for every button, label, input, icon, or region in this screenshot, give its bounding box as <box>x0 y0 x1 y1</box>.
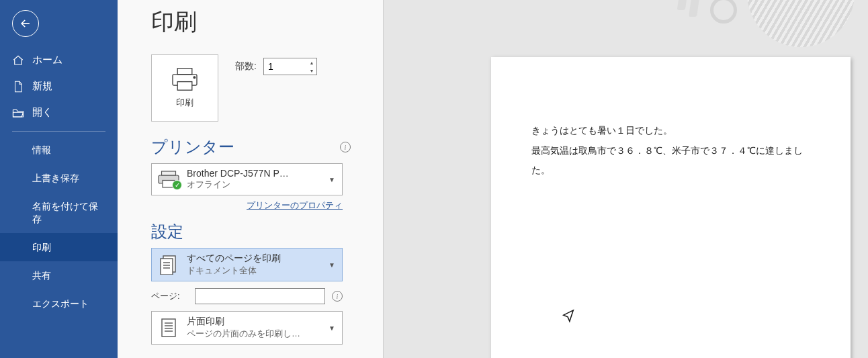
page-title: 印刷 <box>151 7 383 38</box>
settings-section-heading: 設定 <box>151 221 183 242</box>
svg-rect-12 <box>162 319 175 337</box>
chevron-down-icon: ▼ <box>327 176 337 183</box>
page-range-select[interactable]: すべてのページを印刷 ドキュメント全体 ▼ <box>151 248 343 281</box>
main-panel: 印刷 印刷 部数: ▲ ▼ <box>118 0 868 358</box>
sidebar-item-label: 新規 <box>32 80 52 93</box>
sidebar-item-open[interactable]: 開く <box>0 99 118 126</box>
folder-open-icon <box>12 107 24 119</box>
printer-status: オフライン <box>187 179 320 191</box>
sidebar-item-label: ホーム <box>32 54 62 66</box>
cursor-icon <box>561 309 576 327</box>
decorative-shape <box>710 0 737 24</box>
printer-section-heading: プリンター <box>151 136 234 158</box>
sidebar-item-new[interactable]: 新規 <box>0 73 118 99</box>
arrow-left-icon <box>19 17 32 30</box>
svg-rect-8 <box>161 259 173 275</box>
decorative-shape <box>689 0 703 17</box>
svg-rect-2 <box>177 82 192 91</box>
svg-point-3 <box>193 77 196 79</box>
backstage-sidebar: ホーム 新規 開く 情報 上書き保存 名前を付けて保存 印刷 共有 エクスポート <box>0 0 118 358</box>
sidebar-item-info[interactable]: 情報 <box>0 136 118 164</box>
print-button-label: 印刷 <box>176 97 193 109</box>
sidebar-item-print[interactable]: 印刷 <box>0 233 118 261</box>
copies-down-button[interactable]: ▼ <box>307 66 316 75</box>
decorative-shape <box>677 0 691 10</box>
status-ok-icon: ✓ <box>172 180 182 190</box>
duplex-main: 片面印刷 <box>187 316 320 328</box>
sidebar-item-export[interactable]: エクスポート <box>0 289 118 318</box>
duplex-select[interactable]: 片面印刷 ページの片面のみを印刷し… ▼ <box>151 311 343 345</box>
decorative-shape <box>747 0 855 47</box>
preview-line: 最高気温は取鳥市で３６．８℃、米子市で３７．４℃に達しました。 <box>531 141 810 181</box>
print-button[interactable]: 印刷 <box>151 54 218 122</box>
printer-properties-link[interactable]: プリンターのプロパティ <box>247 200 343 210</box>
svg-rect-5 <box>162 171 176 175</box>
info-icon[interactable]: i <box>340 142 351 152</box>
chevron-down-icon: ▼ <box>327 261 337 269</box>
sidebar-item-home[interactable]: ホーム <box>0 47 118 73</box>
printer-name: Brother DCP-J577N P… <box>187 168 320 179</box>
pages-icon <box>157 253 180 276</box>
duplex-sub: ページの片面のみを印刷し… <box>187 328 320 340</box>
info-icon[interactable]: i <box>332 291 343 302</box>
new-file-icon <box>12 81 24 93</box>
copies-label: 部数: <box>235 60 257 73</box>
home-icon <box>12 54 24 66</box>
sidebar-item-share[interactable]: 共有 <box>0 261 118 289</box>
sidebar-divider <box>12 131 105 132</box>
printer-icon <box>170 67 200 91</box>
preview-page: きょうはとても暑い１日でした。 最高気温は取鳥市で３６．８℃、米子市で３７．４℃… <box>491 57 851 358</box>
print-preview-area: きょうはとても暑い１日でした。 最高気温は取鳥市で３６．８℃、米子市で３７．４℃… <box>383 0 868 358</box>
page-range-sub: ドキュメント全体 <box>187 265 320 277</box>
printer-select[interactable]: ✓ Brother DCP-J577N P… オフライン ▼ <box>151 163 343 195</box>
copies-up-button[interactable]: ▲ <box>307 58 316 66</box>
preview-line: きょうはとても暑い１日でした。 <box>531 121 810 141</box>
print-settings-column: 印刷 印刷 部数: ▲ ▼ <box>118 0 383 358</box>
chevron-down-icon: ▼ <box>327 324 337 332</box>
sidebar-item-saveas[interactable]: 名前を付けて保存 <box>0 192 118 232</box>
page-range-main: すべてのページを印刷 <box>187 253 320 265</box>
back-button[interactable] <box>12 10 39 37</box>
single-side-icon <box>157 316 180 339</box>
pages-label: ページ: <box>151 290 188 302</box>
svg-rect-0 <box>177 69 192 75</box>
sidebar-item-label: 開く <box>32 106 52 119</box>
sidebar-item-save[interactable]: 上書き保存 <box>0 164 118 192</box>
pages-input[interactable] <box>195 288 325 304</box>
